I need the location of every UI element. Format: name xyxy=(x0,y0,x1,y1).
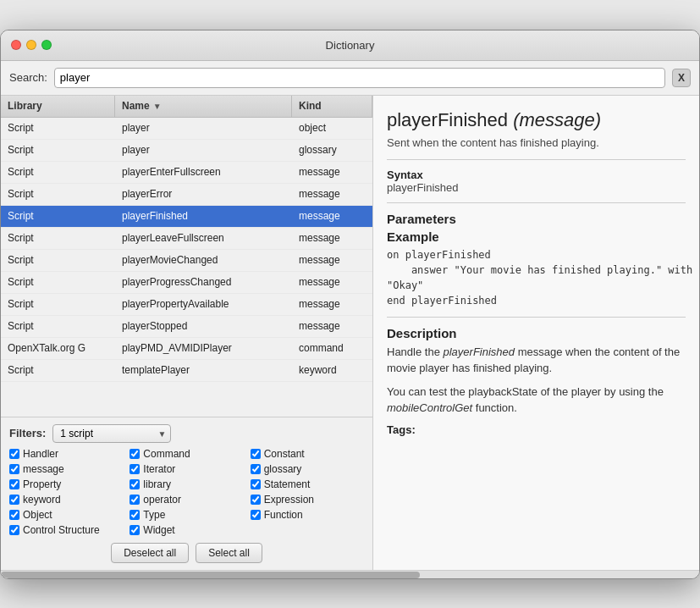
cell-name: playerStopped xyxy=(115,320,292,332)
table-row[interactable]: Script player object xyxy=(1,118,372,140)
cell-name: playPMD_AVMIDIPlayer xyxy=(115,342,292,354)
search-bar: Search: X xyxy=(1,61,699,96)
cell-kind: message xyxy=(292,276,372,288)
scrollbar-thumb[interactable] xyxy=(1,572,420,578)
close-button[interactable] xyxy=(11,40,21,50)
window-title: Dictionary xyxy=(326,39,375,52)
cell-name: playerMovieChanged xyxy=(115,254,292,266)
checkbox-item-function: Function xyxy=(251,509,364,521)
checkbox-label: Statement xyxy=(264,478,311,490)
checkbox-label: message xyxy=(23,463,64,475)
extra-text: You can test the playbackState of the pl… xyxy=(387,384,686,417)
table-row[interactable]: Script playerLeaveFullscreen message xyxy=(1,228,372,250)
table-row[interactable]: Script player glossary xyxy=(1,140,372,162)
example-code: on playerFinished answer "Your movie has… xyxy=(387,247,686,308)
filter-dropdown[interactable]: 1 script xyxy=(52,424,171,443)
checkbox-label: Function xyxy=(264,509,303,521)
select-all-button[interactable]: Select all xyxy=(196,543,262,563)
cell-name: playerProgressChanged xyxy=(115,276,292,288)
checkbox-label: library xyxy=(143,478,171,490)
cell-library: Script xyxy=(1,298,115,310)
cell-name: player xyxy=(115,144,292,156)
cell-library: Script xyxy=(1,254,115,266)
checkbox-constant[interactable] xyxy=(251,449,261,459)
deselect-all-button[interactable]: Deselect all xyxy=(111,543,189,563)
divider-3 xyxy=(387,317,686,318)
checkbox-item-iterator: Iterator xyxy=(130,463,243,475)
checkbox-operator[interactable] xyxy=(130,495,140,505)
cell-library: Script xyxy=(1,166,115,178)
table-row[interactable]: Script playerPropertyAvailable message xyxy=(1,294,372,316)
table-header: Library Name ▼ Kind xyxy=(1,96,372,118)
extra-italic: mobileControlGet xyxy=(387,401,472,414)
checkbox-label: Widget xyxy=(143,524,174,536)
checkbox-iterator[interactable] xyxy=(130,464,140,474)
table-row[interactable]: OpenXTalk.org G playPMD_AVMIDIPlayer com… xyxy=(1,338,372,360)
checkboxes-grid: Handler Command Constant message Iterato… xyxy=(9,448,364,536)
checkbox-function[interactable] xyxy=(251,510,261,520)
checkbox-handler[interactable] xyxy=(9,449,19,459)
checkbox-keyword[interactable] xyxy=(9,495,19,505)
scrollbar-track[interactable] xyxy=(1,570,699,578)
cell-kind: message xyxy=(292,254,372,266)
table-row[interactable]: Script playerStopped message xyxy=(1,316,372,338)
table-row[interactable]: Script templatePlayer keyword xyxy=(1,360,372,382)
checkbox-message[interactable] xyxy=(9,464,19,474)
example-label: Example xyxy=(387,229,686,244)
checkbox-item-message: message xyxy=(9,463,123,475)
cell-name: playerEnterFullscreen xyxy=(115,166,292,178)
cell-library: Script xyxy=(1,122,115,134)
checkbox-item-expression: Expression xyxy=(251,494,364,506)
maximize-button[interactable] xyxy=(41,40,52,50)
checkbox-label: Control Structure xyxy=(23,524,100,536)
table-row[interactable]: Script playerEnterFullscreen message xyxy=(1,162,372,184)
checkbox-property[interactable] xyxy=(9,479,19,489)
cell-library: Script xyxy=(1,320,115,332)
main-content: Library Name ▼ Kind Script player object… xyxy=(1,96,699,570)
checkbox-item-operator: operator xyxy=(130,494,243,506)
tags-label: Tags: xyxy=(387,423,686,436)
cell-kind: object xyxy=(292,122,372,134)
checkbox-statement[interactable] xyxy=(251,479,261,489)
description-label: Description xyxy=(387,326,686,340)
checkbox-item-glossary: glossary xyxy=(251,463,364,475)
checkbox-label: Expression xyxy=(264,494,314,506)
clear-search-button[interactable]: X xyxy=(672,69,691,87)
table-row[interactable]: Script playerProgressChanged message xyxy=(1,272,372,294)
checkbox-item-constant: Constant xyxy=(251,448,364,460)
cell-name: templatePlayer xyxy=(115,364,292,376)
syntax-label: Syntax xyxy=(387,169,686,181)
checkbox-item-widget: Widget xyxy=(130,524,243,536)
cell-kind: message xyxy=(292,166,372,178)
checkbox-command[interactable] xyxy=(130,449,140,459)
checkbox-type[interactable] xyxy=(130,510,140,520)
checkbox-widget[interactable] xyxy=(130,525,140,535)
cell-name: playerPropertyAvailable xyxy=(115,298,292,310)
search-input[interactable] xyxy=(54,68,665,88)
table-row[interactable]: Script playerMovieChanged message xyxy=(1,250,372,272)
cell-name: playerLeaveFullscreen xyxy=(115,232,292,244)
table-row[interactable]: Script playerFinished message xyxy=(1,206,372,228)
table-row[interactable]: Script playerError message xyxy=(1,184,372,206)
checkbox-expression[interactable] xyxy=(251,495,261,505)
minimize-button[interactable] xyxy=(26,40,36,50)
checkbox-object[interactable] xyxy=(9,510,19,520)
table-body: Script player object Script player gloss… xyxy=(1,118,372,417)
checkbox-label: Constant xyxy=(264,448,305,460)
checkbox-control structure[interactable] xyxy=(9,525,19,535)
checkbox-item-statement: Statement xyxy=(251,478,364,490)
checkbox-item-property: Property xyxy=(9,478,123,490)
col-header-name[interactable]: Name ▼ xyxy=(115,96,292,117)
cell-name: playerError xyxy=(115,188,292,200)
cell-name: playerFinished xyxy=(115,210,292,222)
checkbox-label: keyword xyxy=(23,494,61,506)
checkbox-label: glossary xyxy=(264,463,302,475)
checkbox-glossary[interactable] xyxy=(251,464,261,474)
cell-kind: command xyxy=(292,342,372,354)
checkbox-item-object: Object xyxy=(9,509,123,521)
cell-library: OpenXTalk.org G xyxy=(1,342,115,354)
syntax-value: playerFinished xyxy=(387,181,686,194)
checkbox-library[interactable] xyxy=(130,479,140,489)
checkbox-item-keyword: keyword xyxy=(9,494,123,506)
col-header-kind: Kind xyxy=(292,96,372,117)
